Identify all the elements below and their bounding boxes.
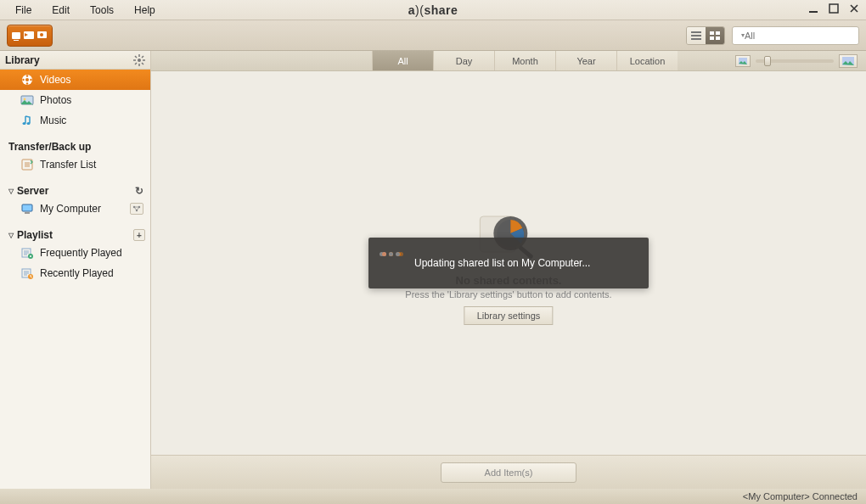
menu-tools[interactable]: Tools (80, 2, 124, 19)
list-view-button[interactable] (687, 27, 706, 44)
playlist-title: Playlist (17, 229, 53, 241)
menu-bar: File Edit Tools Help a)(share (0, 0, 866, 20)
sidebar-item-label: Photos (40, 94, 71, 106)
tab-year[interactable]: Year (555, 51, 616, 70)
svg-line-22 (142, 63, 143, 64)
svg-point-33 (23, 122, 26, 125)
library-settings-button[interactable]: Library settings (464, 306, 554, 325)
menu-help[interactable]: Help (124, 2, 166, 19)
empty-subtitle: Press the 'Library settings' button to a… (405, 289, 611, 300)
main-panel: All Day Month Year Location (151, 51, 866, 489)
view-toggle (686, 26, 725, 45)
computer-icon (20, 202, 34, 216)
close-button[interactable] (847, 2, 861, 15)
svg-rect-10 (710, 31, 714, 35)
status-text: <My Computer> Connected (743, 491, 858, 501)
tab-location[interactable]: Location (616, 51, 678, 70)
svg-line-21 (135, 56, 137, 58)
svg-rect-7 (691, 31, 701, 33)
svg-rect-37 (25, 212, 30, 214)
svg-rect-2 (12, 32, 20, 39)
sidebar-item-transfer-list[interactable]: Transfer List (0, 154, 150, 175)
sidebar-item-my-computer[interactable]: My Computer (0, 199, 150, 219)
device-view-button[interactable] (7, 25, 53, 47)
music-icon (20, 114, 34, 127)
spinner-icon (380, 252, 402, 274)
svg-point-30 (30, 79, 31, 81)
svg-point-29 (22, 79, 24, 81)
bottom-bar: Add Item(s) (151, 455, 866, 489)
server-refresh-button[interactable]: ↻ (133, 185, 145, 197)
updating-toast: Updating shared list on My Computer... (368, 238, 649, 288)
sidebar-item-label: Transfer List (40, 159, 96, 171)
search-input[interactable] (745, 31, 862, 41)
window-controls (807, 2, 861, 15)
svg-point-26 (25, 78, 29, 81)
video-icon (20, 73, 34, 87)
filter-tabs: All Day Month Year Location (151, 51, 866, 71)
thumbnail-zoom (735, 51, 866, 70)
library-title: Library (5, 54, 40, 66)
collapse-icon: ▽ (8, 232, 14, 239)
transfer-icon (20, 158, 34, 171)
svg-point-32 (24, 98, 26, 101)
server-title: Server (17, 185, 48, 197)
status-bar: <My Computer> Connected (0, 489, 866, 504)
sidebar-item-recently-played[interactable]: Recently Played (0, 263, 150, 283)
tab-month[interactable]: Month (494, 51, 555, 70)
svg-line-23 (142, 56, 143, 58)
zoom-slider[interactable] (756, 59, 834, 63)
toast-message: Updating shared list on My Computer... (414, 257, 590, 269)
minimize-button[interactable] (807, 2, 820, 15)
search-box[interactable]: ▾ (732, 26, 859, 45)
sidebar-item-label: Frequently Played (40, 247, 122, 259)
sidebar-item-videos[interactable]: Videos (0, 70, 150, 90)
svg-rect-0 (809, 11, 818, 13)
grid-view-button[interactable] (706, 27, 724, 44)
server-share-button[interactable] (130, 203, 143, 215)
sidebar-item-label: Music (40, 115, 66, 126)
transfer-title: Transfer/Back up (8, 141, 91, 153)
zoom-large-icon[interactable] (839, 54, 858, 68)
menu-file[interactable]: File (5, 2, 42, 19)
zoom-thumb[interactable] (764, 56, 771, 66)
sidebar-item-label: My Computer (40, 203, 101, 215)
svg-rect-1 (829, 4, 838, 13)
svg-rect-36 (22, 204, 32, 211)
sidebar-item-frequently-played[interactable]: Frequently Played (0, 243, 150, 263)
playlist-section-header[interactable]: ▽ Playlist + (0, 219, 150, 243)
sidebar-item-label: Recently Played (40, 267, 114, 279)
menu-edit[interactable]: Edit (42, 2, 80, 19)
svg-point-6 (40, 33, 43, 36)
tab-day[interactable]: Day (433, 51, 494, 70)
brand-share: share (424, 3, 458, 17)
sidebar-item-music[interactable]: Music (0, 110, 150, 131)
svg-rect-13 (716, 36, 720, 40)
library-header: Library (0, 51, 150, 70)
tab-all[interactable]: All (372, 51, 433, 70)
svg-rect-11 (716, 31, 720, 35)
svg-rect-3 (14, 40, 19, 41)
photo-icon (20, 93, 34, 107)
toolbar: ▾ (0, 20, 866, 51)
add-items-button[interactable]: Add Item(s) (441, 462, 576, 483)
svg-rect-9 (691, 38, 701, 40)
svg-rect-12 (710, 36, 714, 40)
svg-point-16 (138, 59, 141, 62)
library-settings-icon[interactable] (133, 54, 145, 66)
playlist-icon (20, 246, 34, 260)
server-section-header[interactable]: ▽ Server ↻ (0, 175, 150, 199)
svg-point-28 (26, 82, 28, 84)
sidebar-item-photos[interactable]: Photos (0, 90, 150, 110)
svg-line-24 (135, 63, 137, 64)
playlist-icon (20, 266, 34, 280)
svg-rect-8 (691, 35, 701, 36)
svg-point-34 (27, 122, 31, 125)
transfer-section-header: Transfer/Back up (0, 131, 150, 154)
playlist-add-button[interactable]: + (133, 229, 145, 241)
svg-point-27 (26, 75, 28, 76)
zoom-small-icon[interactable] (735, 55, 751, 67)
maximize-button[interactable] (827, 2, 841, 15)
app-brand: a)(share (408, 3, 458, 17)
content-canvas: No shared contents. Press the 'Library s… (151, 71, 866, 455)
